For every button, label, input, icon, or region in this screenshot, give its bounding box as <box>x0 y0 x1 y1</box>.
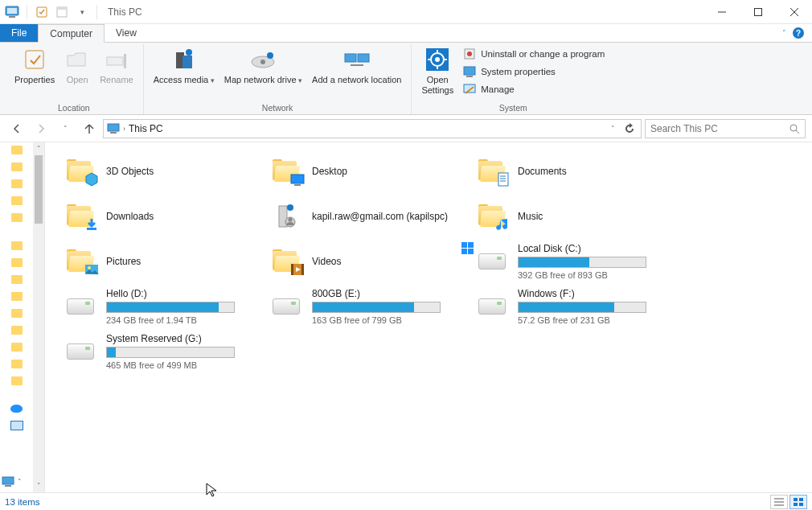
tree-folder-icon[interactable] <box>11 309 23 318</box>
search-input[interactable] <box>650 123 771 134</box>
forward-button[interactable] <box>31 118 51 139</box>
uninstall-program-button[interactable]: Uninstall or change a program <box>458 46 609 62</box>
drive-g[interactable]: System Reserved (G:) 465 MB free of 499 … <box>61 329 262 374</box>
navigation-pane[interactable]: ˄ ˅ ˅ <box>0 142 45 492</box>
details-view-button[interactable] <box>770 495 788 509</box>
tab-computer[interactable]: Computer <box>38 24 105 43</box>
svg-point-53 <box>88 266 91 269</box>
svg-rect-20 <box>358 54 369 62</box>
drive-usage-bar <box>518 302 646 313</box>
uninstall-icon <box>463 47 476 60</box>
svg-rect-60 <box>461 249 467 254</box>
svg-point-15 <box>186 49 192 56</box>
tree-folder-icon[interactable] <box>11 196 23 205</box>
system-icon <box>463 65 476 78</box>
tab-view[interactable]: View <box>105 24 148 42</box>
tree-folder-icon[interactable] <box>11 343 23 352</box>
svg-rect-55 <box>291 264 293 275</box>
up-button[interactable] <box>79 118 100 139</box>
tree-this-pc-icon[interactable] <box>10 421 23 430</box>
content-area: 3D Objects Desktop Documents Downloads k… <box>45 142 812 492</box>
tree-folder-icon[interactable] <box>11 162 23 171</box>
tree-folder-icon[interactable] <box>11 292 23 301</box>
folder-user[interactable]: kapil.raw@gmail.com (kapilspc) <box>267 194 468 239</box>
back-button[interactable] <box>6 118 27 139</box>
recent-locations-button[interactable]: ˅ <box>55 118 76 139</box>
folder-videos[interactable]: Videos <box>267 239 468 284</box>
drive-icon <box>67 298 94 315</box>
system-properties-button[interactable]: System properties <box>458 64 609 80</box>
tree-folder-icon[interactable] <box>11 241 23 250</box>
svg-rect-14 <box>182 56 192 68</box>
open-settings-button[interactable]: Open Settings <box>416 44 458 95</box>
qat-dropdown-icon[interactable]: ▾ <box>73 3 91 21</box>
manage-button[interactable]: Manage <box>458 81 609 97</box>
open-button[interactable]: Open <box>59 44 95 85</box>
tree-folder-icon[interactable] <box>11 258 23 267</box>
drive-icon <box>67 343 94 360</box>
svg-rect-58 <box>461 242 467 248</box>
manage-icon <box>463 83 476 96</box>
tree-onedrive-icon[interactable] <box>10 405 23 413</box>
refresh-button[interactable] <box>620 119 639 138</box>
scroll-down-icon[interactable]: ˅ <box>33 479 44 492</box>
help-icon[interactable]: ? <box>793 27 804 39</box>
properties-qat-icon[interactable] <box>33 3 51 21</box>
drive-d[interactable]: Hello (D:) 234 GB free of 1.94 TB <box>61 284 262 329</box>
drive-usage-bar <box>106 302 235 313</box>
tree-folder-icon[interactable] <box>11 275 23 284</box>
folder-desktop[interactable]: Desktop <box>267 149 468 194</box>
svg-rect-31 <box>464 67 475 75</box>
tree-folder-icon[interactable] <box>11 213 23 222</box>
tree-folder-icon[interactable] <box>11 360 23 368</box>
svg-point-17 <box>260 60 265 64</box>
svg-rect-39 <box>5 485 11 487</box>
drive-c[interactable]: Local Disk (C:) 392 GB free of 893 GB <box>473 239 674 284</box>
cursor-icon <box>206 483 219 492</box>
title-bar: ▾ This PC <box>0 0 812 24</box>
drive-f[interactable]: Windows (F:) 57.2 GB free of 231 GB <box>473 284 674 329</box>
ribbon-group-location: Properties Open Rename Location <box>5 44 144 114</box>
nav-this-pc-dropdown[interactable]: ˅ <box>2 476 22 487</box>
tree-folder-icon[interactable] <box>11 376 23 385</box>
maximize-button[interactable] <box>740 0 776 23</box>
access-media-button[interactable]: Access media ▾ <box>149 44 219 85</box>
svg-point-18 <box>267 52 273 59</box>
close-button[interactable] <box>776 0 812 23</box>
drive-icon <box>478 298 506 315</box>
new-window-qat-icon[interactable] <box>53 3 71 21</box>
tree-folder-icon[interactable] <box>11 146 23 154</box>
this-pc-icon <box>3 3 21 21</box>
tiles-view-button[interactable] <box>789 495 807 509</box>
address-dropdown-icon[interactable]: ˅ <box>611 125 615 133</box>
folder-documents[interactable]: Documents <box>473 149 674 194</box>
folder-downloads[interactable]: Downloads <box>61 194 262 239</box>
tree-folder-icon[interactable] <box>11 179 23 188</box>
rename-button[interactable]: Rename <box>95 44 138 85</box>
search-box[interactable] <box>645 119 806 138</box>
svg-line-37 <box>796 130 799 134</box>
minimize-button[interactable] <box>703 0 740 23</box>
svg-rect-59 <box>468 242 474 248</box>
this-pc-crumb-icon <box>107 123 120 134</box>
tab-file[interactable]: File <box>0 24 38 42</box>
drive-icon <box>273 298 300 315</box>
drive-e[interactable]: 800GB (E:) 163 GB free of 799 GB <box>267 284 468 329</box>
properties-button[interactable]: Properties <box>10 44 59 85</box>
scroll-thumb[interactable] <box>35 155 43 224</box>
collapse-ribbon-icon[interactable]: ˄ <box>782 29 786 37</box>
folder-3d-objects[interactable]: 3D Objects <box>61 149 262 194</box>
add-network-location-button[interactable]: Add a network location <box>307 44 406 85</box>
folder-pictures[interactable]: Pictures <box>61 239 262 284</box>
scroll-up-icon[interactable]: ˄ <box>33 142 44 155</box>
folder-icon <box>477 204 507 228</box>
breadcrumb-this-pc[interactable]: This PC <box>129 123 163 134</box>
address-bar[interactable]: › This PC ˅ <box>103 119 642 138</box>
folder-icon <box>65 159 96 183</box>
svg-rect-67 <box>794 503 798 506</box>
nav-scrollbar[interactable]: ˄ ˅ <box>33 142 44 492</box>
tree-folder-icon[interactable] <box>11 326 23 335</box>
folder-music[interactable]: Music <box>473 194 674 239</box>
map-drive-button[interactable]: Map network drive ▾ <box>219 44 307 85</box>
status-bar: 13 items <box>0 492 812 510</box>
